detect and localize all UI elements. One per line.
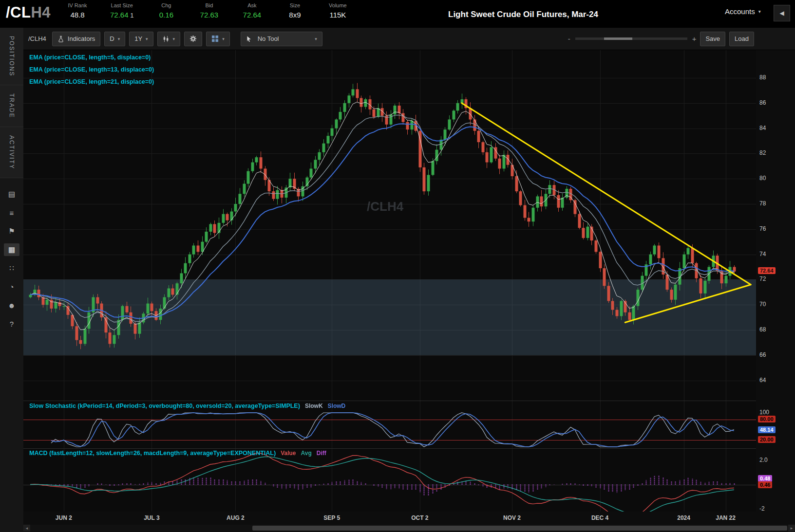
timeframe-dropdown[interactable]: D ▾ xyxy=(104,32,125,46)
chevron-left-icon: ◀ xyxy=(779,10,784,17)
indicators-label: Indicators xyxy=(68,35,95,42)
ema-label-3[interactable]: EMA (price=CLOSE, length=21, displace=0) xyxy=(29,78,154,85)
time-axis-label: AUG 2 xyxy=(227,514,245,521)
zoom-slider-thumb[interactable] xyxy=(604,37,632,40)
legend-diff: Diff xyxy=(317,450,326,457)
chevron-down-icon: ▾ xyxy=(146,37,148,41)
axis-tick: 72 xyxy=(759,275,766,282)
toolbar-symbol-label: /CLH4 xyxy=(28,35,46,42)
legend-slowd: SlowD xyxy=(328,403,346,409)
time-axis-label: DEC 4 xyxy=(591,514,608,521)
settings-button[interactable] xyxy=(184,32,202,46)
collapse-panel-button[interactable]: ◀ xyxy=(774,5,790,21)
scroll-left-button[interactable]: ◂ xyxy=(23,525,30,532)
sidebar-tab-trade[interactable]: TRADE xyxy=(0,85,23,127)
chart-type-dropdown[interactable]: ▾ xyxy=(157,32,181,46)
clock-icon[interactable]: ◔ xyxy=(4,280,19,293)
stochastic-study-label[interactable]: Slow Stochastic (kPeriod=14, dPeriod=3, … xyxy=(29,403,345,409)
axis-tick: 86 xyxy=(759,99,766,106)
time-axis-label: SEP 5 xyxy=(323,514,340,521)
sidebar-tabs: POSITIONSTRADEACTIVITY xyxy=(0,28,23,178)
flag-icon[interactable]: ⚑ xyxy=(4,225,19,238)
candlestick-chart-icon xyxy=(163,36,170,42)
trading-platform: { "header": { "symbol_root": "/CL", "sym… xyxy=(0,0,795,532)
symbol-title: /CLH4 xyxy=(6,4,51,21)
sidebar-tab-positions[interactable]: POSITIONS xyxy=(0,28,23,85)
accounts-menu[interactable]: Accounts ▾ xyxy=(725,7,761,16)
time-axis: JUN 2JUL 3AUG 2SEP 5OCT 2NOV 2DEC 42024J… xyxy=(23,512,756,524)
flask-icon xyxy=(57,36,64,42)
stat-size: Size8x9 xyxy=(284,2,305,19)
price-bubble: 48.14 xyxy=(758,426,776,433)
study-title: MACD (fastLength=12, slowLength=26, macd… xyxy=(29,450,276,457)
scrollbar-thumb[interactable] xyxy=(252,526,787,531)
chart-area: EMA (price=CLOSE, length=5, displace=0)E… xyxy=(23,50,795,532)
ema-label-1[interactable]: EMA (price=CLOSE, length=5, displace=0) xyxy=(29,54,154,61)
ema-study-labels: EMA (price=CLOSE, length=5, displace=0)E… xyxy=(29,54,154,91)
axis-tick: 64 xyxy=(759,377,766,384)
users-icon[interactable]: ☻ xyxy=(4,299,19,312)
grid-icon xyxy=(211,35,219,42)
chart-toolbar: /CLH4 Indicators D ▾ 1Y ▾ ▾ ▾ No Tool ▾ xyxy=(23,28,795,50)
stat-ask: Ask72.64 xyxy=(242,2,262,19)
instrument-title: Light Sweet Crude Oil Futures, Mar-24 xyxy=(448,10,598,19)
macd-study-label[interactable]: MACD (fastLength=12, slowLength=26, macd… xyxy=(29,450,326,457)
sidebar-tab-activity[interactable]: ACTIVITY xyxy=(0,127,23,178)
timeframe-value: D xyxy=(110,35,114,42)
indicators-button[interactable]: Indicators xyxy=(52,32,100,46)
grid-style-dropdown[interactable]: ▾ xyxy=(206,32,230,46)
accounts-label: Accounts xyxy=(725,7,755,16)
price-bubble: 80.00 xyxy=(758,416,776,422)
time-axis-label: OCT 2 xyxy=(411,514,428,521)
axis-tick: 100 xyxy=(759,409,769,416)
ema-label-2[interactable]: EMA (price=CLOSE, length=13, displace=0) xyxy=(29,66,154,73)
sidebar-icons: ▤≡⚑▦∷◔☻? xyxy=(0,188,23,330)
axis-tick: 84 xyxy=(759,125,766,131)
time-axis-label: JUL 3 xyxy=(144,514,159,521)
axis-tick: 82 xyxy=(759,149,766,156)
load-label: Load xyxy=(735,35,749,42)
price-bubble: 0.46 xyxy=(758,481,772,488)
stat-chg: Chg0.16 xyxy=(156,2,176,19)
range-dropdown[interactable]: 1Y ▾ xyxy=(129,32,153,46)
scroll-right-button[interactable]: ▸ xyxy=(788,525,795,532)
zoom-slider[interactable] xyxy=(575,37,687,40)
zoom-control: - + xyxy=(568,35,697,43)
axis-tick: 70 xyxy=(759,301,766,308)
price-bubble: 72.64 xyxy=(758,267,776,274)
drawing-tool-dropdown[interactable]: No Tool ▾ xyxy=(241,32,322,46)
axis-tick: 74 xyxy=(759,251,766,257)
zoom-out-button[interactable]: - xyxy=(568,35,570,43)
help-icon[interactable]: ? xyxy=(4,317,19,330)
save-button[interactable]: Save xyxy=(700,32,725,46)
axis-tick: 88 xyxy=(759,74,766,81)
zoom-in-button[interactable]: + xyxy=(692,35,697,43)
monitor-icon[interactable]: ▤ xyxy=(4,188,19,201)
chart-icon[interactable]: ▦ xyxy=(4,243,19,256)
time-axis-label: 2024 xyxy=(677,514,690,521)
stat-bid: Bid72.63 xyxy=(199,2,219,19)
chart-scrollbar: ◂ ▸ xyxy=(23,525,795,532)
load-button[interactable]: Load xyxy=(729,32,754,46)
chevron-down-icon: ▾ xyxy=(758,9,761,14)
stat-last-size: Last Size72.64 1 xyxy=(110,2,133,19)
axis-tick: 78 xyxy=(759,200,766,207)
tool-label: No Tool xyxy=(258,35,311,42)
gear-icon xyxy=(189,35,197,42)
axis-tick: -2 xyxy=(759,505,765,512)
axis-tick: 80 xyxy=(759,175,766,182)
menu-icon[interactable]: ≡ xyxy=(4,206,19,219)
legend-value: Value xyxy=(281,450,296,457)
symbol-suffix: H4 xyxy=(31,4,51,21)
apps-icon[interactable]: ∷ xyxy=(4,262,19,275)
chart-module: /CLH4 Indicators D ▾ 1Y ▾ ▾ ▾ No Tool ▾ xyxy=(23,28,795,532)
symbol-root: /CL xyxy=(6,4,31,21)
chevron-down-icon: ▾ xyxy=(222,37,225,41)
axis-tick: 68 xyxy=(759,326,766,333)
quote-stats: IV Rank48.8Last Size72.64 1Chg0.16Bid72.… xyxy=(67,2,348,19)
cursor-icon xyxy=(246,36,252,42)
chevron-down-icon: ▾ xyxy=(315,37,317,41)
price-axis: 8886848280787674727068666472.6410080.004… xyxy=(756,50,795,512)
price-chart-canvas[interactable] xyxy=(23,50,756,512)
stat-volume: Volume115K xyxy=(327,2,348,19)
